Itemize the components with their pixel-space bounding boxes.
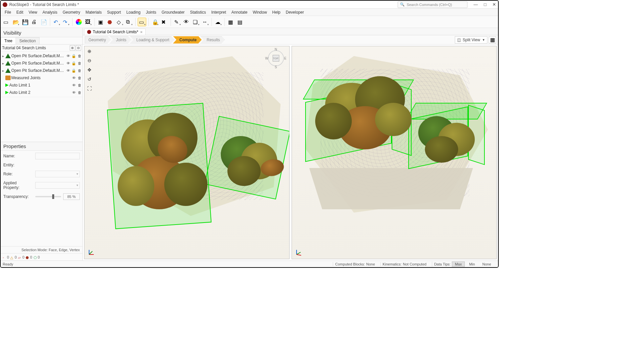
menu-help[interactable]: Help xyxy=(270,10,283,15)
menu-groundwater[interactable]: Groundwater xyxy=(159,10,187,15)
tree-item[interactable]: Auto Limit 1👁🗑 xyxy=(1,82,82,89)
delete-icon[interactable]: 🗑 xyxy=(77,68,82,73)
visibility-toggle-icon[interactable]: 👁 xyxy=(71,83,76,87)
lock-toggle-icon[interactable]: 🔒 xyxy=(71,68,76,73)
tab-tree[interactable]: Tree xyxy=(1,37,16,44)
prop-applied-select[interactable]: ▾ xyxy=(35,182,80,189)
transparency-slider[interactable] xyxy=(35,196,61,197)
tree-item[interactable]: ▸Open Pit Surface.Default.Mesh_ext👁🔒🗑 xyxy=(1,52,82,60)
delete-icon[interactable]: 🗑 xyxy=(77,54,82,58)
select-box-button[interactable]: ▣ xyxy=(97,18,105,26)
visibility-toggle-icon[interactable]: 👁 xyxy=(71,76,76,80)
expand-all-button[interactable]: ⊞ xyxy=(70,45,75,51)
new-file-button[interactable]: ▭ xyxy=(2,18,11,26)
report-button[interactable]: 📄 xyxy=(39,18,48,26)
menu-edit[interactable]: Edit xyxy=(14,10,26,15)
grid2-button[interactable]: ▤ xyxy=(236,18,245,26)
view-mode-select[interactable]: ◫ Split View ▼ xyxy=(455,36,487,44)
wand-button[interactable]: ✎ xyxy=(173,18,182,26)
prop-name-input[interactable] xyxy=(35,153,80,159)
tree-item[interactable]: ▸Open Pit Surface.Default.Mesh_ext👁🔒🗑 xyxy=(1,67,82,74)
compass-top[interactable]: TOP xyxy=(273,55,279,62)
cube-solid-button[interactable]: ⬣ xyxy=(106,18,115,26)
move-button[interactable]: ↔ xyxy=(201,18,209,26)
tab-selection[interactable]: Selection xyxy=(16,37,39,44)
visibility-toggle-icon[interactable]: 👁 xyxy=(66,68,70,73)
workflow-step-geometry[interactable]: Geometry xyxy=(85,36,111,44)
menu-materials[interactable]: Materials xyxy=(83,10,104,15)
zoom-out-tool[interactable]: ⊖ xyxy=(86,57,93,64)
menu-interpret[interactable]: Interpret xyxy=(208,10,229,15)
search-commands-input[interactable]: 🔍 Search Commands (Ctrl+Q) xyxy=(398,1,467,8)
visibility-toggle-icon[interactable]: 👁 xyxy=(66,61,70,66)
prop-role-select[interactable]: ▾ xyxy=(35,171,80,177)
lock-button[interactable]: 🔒 xyxy=(151,18,159,26)
compass[interactable]: TOP N S E W xyxy=(266,48,286,68)
cloud-button[interactable]: ☁ xyxy=(214,18,222,26)
collapse-all-button[interactable]: ⊟ xyxy=(76,45,81,51)
minimize-button[interactable]: — xyxy=(473,2,478,7)
expand-icon[interactable]: ▸ xyxy=(1,62,5,65)
fit-tool[interactable]: ⛶ xyxy=(86,85,93,92)
menu-file[interactable]: File xyxy=(2,10,14,15)
data-tips-max-button[interactable]: Max xyxy=(452,262,465,267)
visibility-toggle-icon[interactable]: 👁 xyxy=(71,90,76,95)
color-wheel-button[interactable] xyxy=(74,18,83,26)
transparency-value[interactable]: 85 % xyxy=(63,193,80,200)
close-button[interactable]: ✕ xyxy=(492,2,496,7)
menu-loading[interactable]: Loading xyxy=(124,10,143,15)
delete-icon[interactable]: 🗑 xyxy=(77,83,82,87)
data-tips-none-button[interactable]: None xyxy=(479,262,494,267)
menu-analysis[interactable]: Analysis xyxy=(40,10,60,15)
viewport-left[interactable]: ⊕ ⊖ ✥ ↺ ⛶ TOP N S E W xyxy=(84,46,290,259)
lock-toggle-icon[interactable]: 🔒 xyxy=(71,61,76,66)
expand-icon[interactable]: ▸ xyxy=(1,54,5,58)
menu-window[interactable]: Window xyxy=(250,10,270,15)
count-item: ⬠0 xyxy=(34,255,40,259)
rotate-tool[interactable]: ↺ xyxy=(86,76,93,83)
menu-geometry[interactable]: Geometry xyxy=(60,10,83,15)
workflow-step-results[interactable]: Results xyxy=(200,36,225,44)
menu-joints[interactable]: Joints xyxy=(143,10,159,15)
workflow-step-joints[interactable]: Joints xyxy=(110,36,131,44)
menu-annotate[interactable]: Annotate xyxy=(229,10,250,15)
menu-support[interactable]: Support xyxy=(104,10,124,15)
delete-icon[interactable]: 🗑 xyxy=(77,61,82,66)
cube-multi-button[interactable]: ⧉ xyxy=(125,18,133,26)
render-mode-button[interactable]: 🖼 xyxy=(84,18,92,26)
delete-icon[interactable]: 🗑 xyxy=(77,76,82,80)
delete-icon[interactable]: 🗑 xyxy=(77,90,82,95)
tree-item[interactable]: Auto Limit 2👁🗑 xyxy=(1,89,82,96)
stack-button[interactable]: ❏ xyxy=(192,18,200,26)
expand-icon[interactable]: ▸ xyxy=(1,69,5,73)
tree-item[interactable]: ▸Open Pit Surface.Default.Mesh_ext👁🔒🗑 xyxy=(1,60,82,67)
workflow-step-loading-support[interactable]: Loading & Support xyxy=(130,36,174,44)
undo-button[interactable]: ↶ xyxy=(52,18,61,26)
viewport-right[interactable] xyxy=(292,46,497,259)
maximize-button[interactable]: □ xyxy=(484,2,486,7)
open-file-button[interactable]: 📂 xyxy=(11,18,20,26)
properties-panel-title: Properties xyxy=(1,142,82,151)
print-button[interactable]: 🖨 xyxy=(30,18,39,26)
view-settings-button[interactable]: ▦ xyxy=(489,36,496,44)
data-tips-min-button[interactable]: Min xyxy=(466,262,478,267)
tree-item[interactable]: Measured Joints👁🗑 xyxy=(1,74,82,82)
zoom-in-tool[interactable]: ⊕ xyxy=(86,48,93,55)
visibility-toggle-icon[interactable]: 👁 xyxy=(66,54,70,58)
lock-x-button[interactable]: ✖ xyxy=(160,18,169,26)
doc-tab-close-icon[interactable]: ✕ xyxy=(140,30,143,34)
save-button[interactable]: 💾 xyxy=(21,18,29,26)
workflow-step-compute[interactable]: Compute xyxy=(173,36,201,44)
cube-wire-button[interactable]: ◇ xyxy=(115,18,124,26)
menu-statistics[interactable]: Statistics xyxy=(187,10,208,15)
grid1-button[interactable]: ▦ xyxy=(227,18,235,26)
pan-tool[interactable]: ✥ xyxy=(86,66,93,74)
menu-developer[interactable]: Developer xyxy=(283,10,307,15)
lock-toggle-icon[interactable]: 🔒 xyxy=(71,54,76,58)
menu-view[interactable]: View xyxy=(26,10,40,15)
selection-tool-button[interactable]: ▭ xyxy=(138,18,146,26)
eye-button[interactable]: 👁 xyxy=(182,18,191,26)
document-tab[interactable]: Tutorial 04 Search Limits* ✕ xyxy=(84,29,146,35)
redo-button[interactable]: ↷ xyxy=(62,18,70,26)
status-kinematics: Kinematics: Not Computed xyxy=(380,262,429,266)
